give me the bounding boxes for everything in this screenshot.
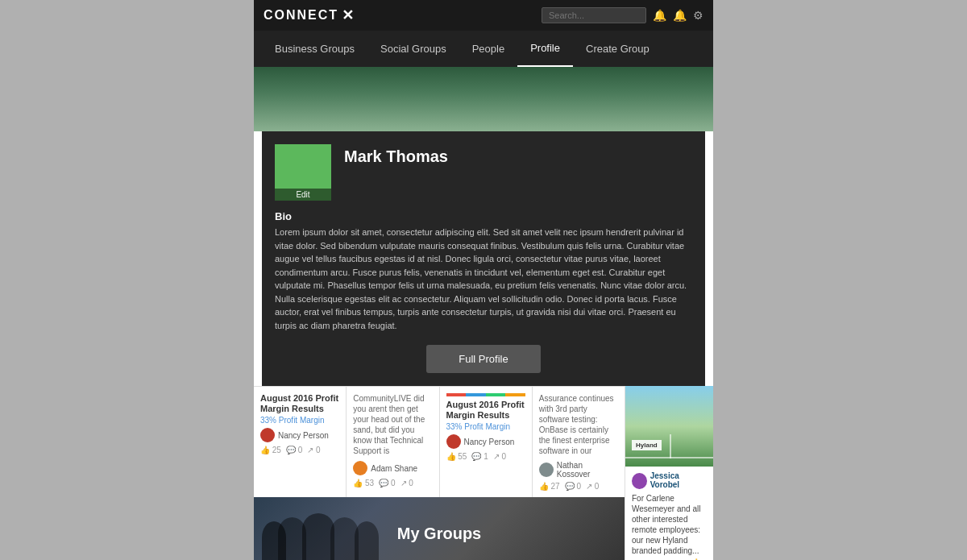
sidebar-image: Hyland — [625, 386, 713, 467]
app-nav: Business Groups Social Groups People Pro… — [254, 31, 713, 67]
nav-business-groups[interactable]: Business Groups — [262, 31, 367, 67]
avatar: Edit — [275, 144, 331, 201]
card-2-author: Adam Shane — [371, 464, 417, 473]
nav-profile[interactable]: Profile — [517, 31, 573, 67]
profile-header: Edit Mark Thomas — [275, 144, 692, 201]
avatar-edit-label[interactable]: Edit — [275, 189, 331, 201]
right-sidebar: Hyland Jessica Vorobel For Carlene Wesem… — [625, 386, 713, 560]
sidebar-post-1: Jessica Vorobel For Carlene Wesemeyer an… — [625, 467, 713, 560]
card-1-avatar — [260, 428, 275, 442]
profile-card: Edit Mark Thomas Bio Lorem ipsum dolor s… — [262, 131, 705, 386]
card-3-shares: ↗ 0 — [493, 452, 506, 461]
bio-text: Lorem ipsum dolor sit amet, consectetur … — [275, 226, 692, 332]
card-2: CommunityLIVE did you arent then get you… — [347, 387, 439, 497]
sidebar-post-1-text: For Carlene Wesemeyer and all other inte… — [632, 493, 707, 556]
app-wrapper: CONNECT ✕ 🔔 🔔 ⚙ Business Groups Social G… — [254, 0, 713, 560]
logo-text: CONNECT — [264, 8, 338, 23]
notification-icon[interactable]: 🔔 — [653, 9, 666, 22]
nav-people[interactable]: People — [459, 31, 517, 67]
card-4-author: Nathan Kossover — [557, 461, 618, 479]
app-logo: CONNECT ✕ — [264, 6, 355, 24]
card-1-subtitle: 33% Profit Margin — [260, 416, 339, 425]
content-area: August 2016 Profit Margin Results 33% Pr… — [254, 386, 713, 560]
settings-icon[interactable]: ⚙ — [693, 9, 703, 22]
card-4-likes: 👍 27 — [539, 482, 560, 491]
card-3-author-row: Nancy Person — [446, 434, 525, 449]
sidebar-post-1-author-row: Jessica Vorobel — [632, 471, 707, 491]
profile-name: Mark Thomas — [344, 147, 448, 166]
my-groups-title: My Groups — [397, 525, 481, 543]
app-header: CONNECT ✕ 🔔 🔔 ⚙ — [254, 0, 713, 31]
card-4-shares: ↗ 0 — [586, 482, 599, 491]
card-2-avatar — [353, 461, 367, 475]
card-2-likes: 👍 53 — [353, 479, 374, 487]
card-3-likes: 👍 55 — [446, 452, 467, 461]
card-4: Assurance continues with 3rd party softw… — [533, 387, 625, 497]
card-2-author-row: Adam Shane — [353, 461, 432, 475]
card-2-comments: 💬 0 — [379, 479, 395, 487]
nav-social-groups[interactable]: Social Groups — [367, 31, 459, 67]
card-3-comments: 💬 1 — [471, 452, 488, 461]
notification-icon-2[interactable]: 🔔 — [673, 9, 687, 22]
bio-section: Bio Lorem ipsum dolor sit amet, consecte… — [275, 210, 692, 332]
left-col: August 2016 Profit Margin Results 33% Pr… — [254, 386, 625, 560]
card-1-author: Nancy Person — [278, 431, 329, 440]
card-1-likes: 👍 25 — [260, 446, 281, 454]
my-groups-banner: My Groups — [254, 497, 625, 560]
bio-label: Bio — [275, 210, 692, 222]
card-1-comments: 💬 0 — [286, 446, 302, 454]
sidebar-post-1-avatar — [632, 473, 647, 489]
card-2-shares: ↗ 0 — [400, 479, 413, 487]
bg-area — [254, 67, 713, 131]
nav-create-group[interactable]: Create Group — [573, 31, 662, 67]
card-1: August 2016 Profit Margin Results 33% Pr… — [254, 387, 347, 497]
card-3-author: Nancy Person — [464, 438, 515, 446]
card-1-title: August 2016 Profit Margin Results — [260, 393, 339, 414]
card-4-author-row: Nathan Kossover — [539, 461, 618, 479]
card-2-text: CommunityLIVE did you arent then get you… — [353, 393, 432, 456]
card-4-avatar — [539, 463, 554, 477]
card-3-title: August 2016 Profit Margin Results — [446, 400, 525, 421]
card-1-author-row: Nancy Person — [260, 428, 339, 442]
card-3-avatar — [446, 434, 461, 449]
header-right: 🔔 🔔 ⚙ — [542, 7, 703, 23]
card-3-stats: 👍 55 💬 1 ↗ 0 — [446, 452, 525, 461]
hyland-badge: Hyland — [632, 440, 662, 450]
card-4-comments: 💬 0 — [565, 482, 581, 491]
card-4-text: Assurance continues with 3rd party softw… — [539, 393, 618, 456]
logo-symbol: ✕ — [342, 6, 355, 24]
card-4-stats: 👍 27 💬 0 ↗ 0 — [539, 482, 618, 491]
card-2-stats: 👍 53 💬 0 ↗ 0 — [353, 479, 432, 487]
full-profile-button[interactable]: Full Profile — [426, 345, 540, 373]
sidebar-post-1-author: Jessica Vorobel — [650, 471, 707, 489]
cards-row-top: August 2016 Profit Margin Results 33% Pr… — [254, 386, 625, 497]
card-3: August 2016 Profit Margin Results 33% Pr… — [440, 387, 533, 497]
profile-name-section: Mark Thomas — [344, 144, 448, 201]
card-1-shares: ↗ 0 — [307, 446, 320, 454]
header-icons: 🔔 🔔 ⚙ — [653, 9, 703, 22]
search-input[interactable] — [542, 7, 646, 23]
card-1-stats: 👍 25 💬 0 ↗ 0 — [260, 446, 339, 454]
card-3-subtitle: 33% Profit Margin — [446, 422, 525, 431]
